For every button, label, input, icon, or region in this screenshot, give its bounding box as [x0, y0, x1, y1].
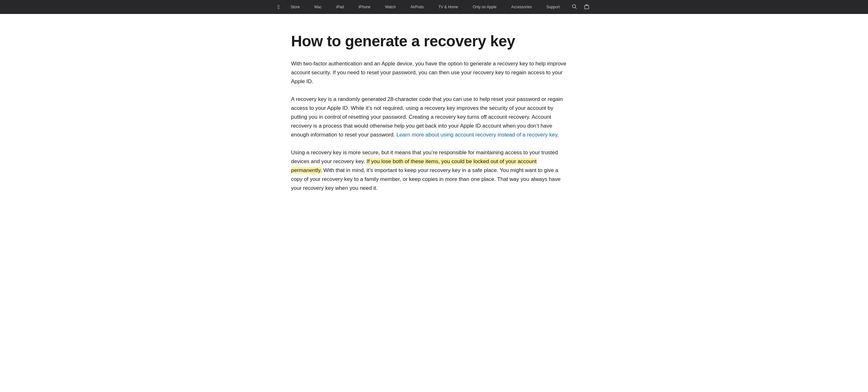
paragraph1-post-text: . — [557, 132, 559, 138]
search-button[interactable] — [570, 4, 578, 10]
nav-item-only-on-apple[interactable]: Only on Apple — [469, 5, 500, 9]
search-icon — [572, 4, 577, 9]
nav-item-watch[interactable]: Watch — [381, 5, 400, 9]
main-nav:  Store Mac iPad iPhone Watch AirPods TV… — [0, 0, 868, 14]
intro-paragraph: With two-factor authentication and an Ap… — [291, 59, 567, 86]
nav-item-support[interactable]: Support — [542, 5, 564, 9]
nav-item-accessories[interactable]: Accessories — [507, 5, 536, 9]
svg-rect-2 — [585, 5, 589, 9]
body-paragraph-1: A recovery key is a randomly generated 2… — [291, 95, 567, 139]
nav-item-ipad[interactable]: iPad — [332, 5, 348, 9]
nav-item-iphone[interactable]: iPhone — [355, 5, 374, 9]
svg-line-1 — [575, 7, 576, 8]
bag-button[interactable] — [583, 4, 590, 10]
paragraph2-post-text: With that in mind, it’s important to kee… — [291, 167, 560, 191]
body-paragraph-2: Using a recovery key is more secure, but… — [291, 148, 567, 193]
nav-item-store[interactable]: Store — [287, 5, 304, 9]
bag-icon — [584, 4, 589, 9]
nav-item-airpods[interactable]: AirPods — [407, 5, 428, 9]
nav-item-tv-home[interactable]: TV & Home — [435, 5, 462, 9]
nav-item-mac[interactable]: Mac — [311, 5, 326, 9]
page-title: How to generate a recovery key — [291, 33, 577, 50]
account-recovery-link[interactable]: Learn more about using account recovery … — [397, 132, 557, 138]
nav-icons-group — [570, 4, 590, 10]
main-content: How to generate a recovery key With two-… — [0, 14, 868, 227]
apple-logo-icon[interactable]:  — [278, 4, 280, 10]
